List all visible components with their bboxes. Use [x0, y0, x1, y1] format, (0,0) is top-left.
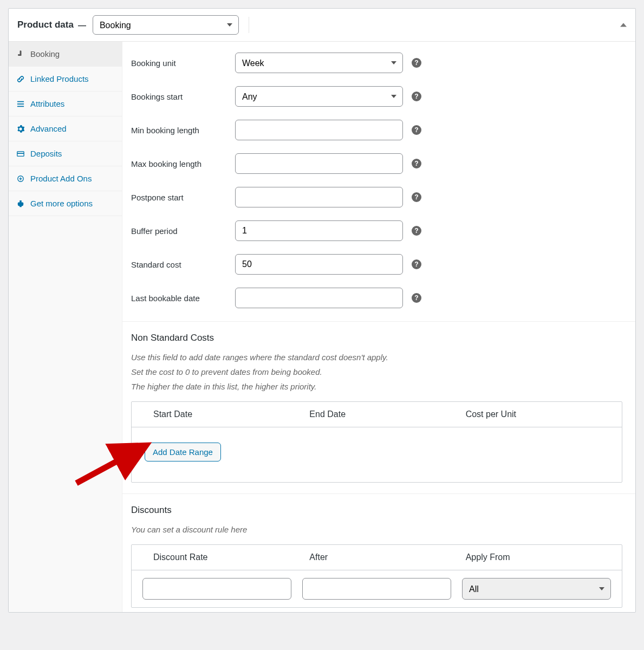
apply-from-select[interactable]: All: [462, 578, 611, 600]
nsc-desc-2: Set the cost to 0 to prevent dates from …: [131, 365, 622, 379]
booking-settings-section: Booking unit Week ? Bookings start Any: [122, 42, 635, 321]
discounts-section: Discounts You can set a discount rule he…: [122, 494, 635, 612]
non-standard-costs-title: Non Standard Costs: [131, 333, 622, 343]
header-separator: [249, 17, 249, 33]
bookings-start-label: Bookings start: [131, 92, 235, 101]
booking-unit-label: Booking unit: [131, 58, 235, 68]
col-discount-rate: Discount Rate: [142, 552, 298, 562]
non-standard-costs-section: Non Standard Costs Use this field to add…: [122, 322, 635, 493]
wrench-icon: [16, 50, 25, 58]
tab-advanced[interactable]: Advanced: [9, 116, 122, 141]
min-booking-length-label: Min booking length: [131, 126, 235, 135]
standard-cost-label: Standard cost: [131, 260, 235, 269]
tab-label: Linked Products: [30, 74, 89, 83]
nsc-desc-1: Use this field to add date ranges where …: [131, 350, 622, 365]
postpone-start-input[interactable]: [235, 187, 403, 207]
tab-get-more-options[interactable]: Get more options: [9, 191, 122, 216]
tab-attributes[interactable]: Attributes: [9, 92, 122, 116]
add-date-range-button[interactable]: Add Date Range: [145, 443, 221, 461]
tab-linked-products[interactable]: Linked Products: [9, 67, 122, 92]
discount-row: All: [132, 570, 622, 607]
product-type-select[interactable]: Booking: [93, 15, 239, 35]
help-icon[interactable]: ?: [412, 192, 421, 202]
help-icon[interactable]: ?: [412, 125, 421, 135]
tab-label: Booking: [30, 49, 60, 58]
tab-booking[interactable]: Booking: [9, 42, 122, 67]
col-after: After: [298, 552, 454, 562]
buffer-period-label: Buffer period: [131, 226, 235, 236]
last-bookable-date-label: Last bookable date: [131, 294, 235, 303]
plugin-icon: [16, 199, 25, 208]
tab-label: Deposits: [30, 149, 62, 158]
card-icon: [16, 150, 25, 158]
help-icon[interactable]: ?: [412, 293, 421, 303]
discount-rate-input[interactable]: [142, 578, 291, 600]
discounts-table: Discount Rate After Apply From All: [131, 544, 622, 608]
max-booking-length-label: Max booking length: [131, 159, 235, 168]
booking-unit-select[interactable]: Week: [235, 53, 403, 73]
panel-body: Booking Linked Products Attributes: [9, 42, 635, 612]
col-start-date: Start Date: [142, 410, 298, 419]
main-content: Booking unit Week ? Bookings start Any: [122, 42, 635, 612]
collapse-toggle-icon[interactable]: [620, 23, 627, 27]
help-icon[interactable]: ?: [412, 92, 421, 101]
tab-product-addons[interactable]: Product Add Ons: [9, 166, 122, 191]
title-separator: —: [78, 21, 86, 30]
help-icon[interactable]: ?: [412, 259, 421, 269]
gear-icon: [16, 125, 25, 133]
tab-label: Get more options: [30, 199, 93, 208]
product-data-tabs: Booking Linked Products Attributes: [9, 42, 122, 612]
discounts-desc: You can set a discount rule here: [131, 522, 622, 537]
col-apply-from: Apply From: [455, 552, 611, 562]
svg-rect-0: [17, 101, 24, 102]
non-standard-costs-table: Start Date End Date Cost per Unit Add Da…: [131, 401, 622, 483]
help-icon[interactable]: ?: [412, 226, 421, 236]
panel-title: Product data: [17, 20, 74, 30]
svg-rect-4: [17, 153, 24, 154]
nsc-desc-3: The higher the date in this list, the hi…: [131, 379, 622, 394]
help-icon[interactable]: ?: [412, 58, 421, 68]
product-data-panel: Product data — Booking Booking: [8, 8, 636, 613]
discounts-title: Discounts: [131, 505, 622, 516]
list-icon: [16, 100, 25, 108]
max-booking-length-input[interactable]: [235, 153, 403, 174]
col-cost-per-unit: Cost per Unit: [455, 410, 611, 419]
buffer-period-input[interactable]: [235, 220, 403, 241]
panel-header: Product data — Booking: [9, 9, 635, 42]
col-end-date: End Date: [298, 410, 454, 419]
standard-cost-input[interactable]: [235, 254, 403, 275]
link-icon: [16, 75, 25, 83]
plus-circle-icon: [16, 174, 25, 183]
help-icon[interactable]: ?: [412, 159, 421, 168]
postpone-start-label: Postpone start: [131, 193, 235, 202]
svg-rect-1: [17, 103, 24, 105]
last-bookable-date-input[interactable]: [235, 288, 403, 308]
min-booking-length-input[interactable]: [235, 120, 403, 140]
tab-label: Advanced: [30, 124, 67, 133]
tab-deposits[interactable]: Deposits: [9, 141, 122, 166]
tab-label: Product Add Ons: [30, 174, 92, 183]
svg-rect-2: [17, 106, 24, 107]
tab-label: Attributes: [30, 99, 64, 108]
discount-after-input[interactable]: [302, 578, 451, 600]
bookings-start-select[interactable]: Any: [235, 86, 403, 107]
